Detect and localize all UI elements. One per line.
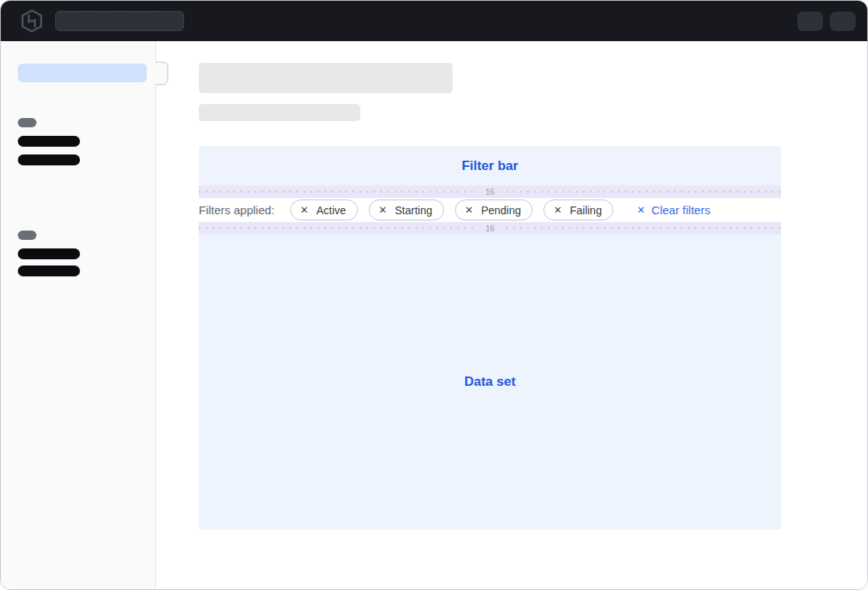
sidebar-item-placeholder[interactable] (18, 154, 80, 165)
app-window: Filter bar 16 Filters applied: ✕ Active … (0, 0, 868, 590)
nav-search-placeholder[interactable] (55, 11, 184, 31)
clear-icon: ✕ (637, 205, 645, 215)
page-subtitle-placeholder (199, 104, 360, 121)
hashicorp-logo-icon (21, 9, 43, 33)
filter-bar-region: Filter bar (199, 146, 781, 186)
remove-icon[interactable]: ✕ (379, 205, 387, 215)
clear-filters-link[interactable]: ✕ Clear filters (637, 203, 710, 217)
data-set-region-label: Data set (464, 374, 516, 390)
filter-tag-starting[interactable]: ✕ Starting (369, 200, 444, 220)
remove-icon[interactable]: ✕ (300, 205, 309, 215)
sidebar-toggle-notch[interactable] (155, 61, 168, 85)
nav-action-placeholder-1[interactable] (797, 12, 823, 31)
data-set-region: Data set (199, 234, 781, 529)
filter-tag-label: Starting (394, 204, 432, 217)
filter-tag-label: Failing (570, 204, 602, 217)
filter-bar-region-label: Filter bar (462, 158, 519, 174)
sidebar-item-selected-placeholder[interactable] (18, 64, 147, 82)
main-content: Filter bar 16 Filters applied: ✕ Active … (156, 41, 867, 590)
filter-tag-label: Pending (481, 204, 521, 217)
filter-tag-label: Active (316, 204, 345, 217)
applied-filters-row: Filters applied: ✕ Active ✕ Starting ✕ P… (199, 198, 781, 222)
remove-icon[interactable]: ✕ (465, 205, 474, 215)
sidebar-section-label-placeholder (18, 118, 36, 127)
page-title-placeholder (199, 63, 453, 93)
filters-applied-label: Filters applied: (199, 203, 275, 217)
spacing-annotation: 16 (199, 222, 781, 234)
nav-action-placeholder-2[interactable] (830, 12, 856, 31)
sidebar-section-label-placeholder (18, 231, 36, 240)
app-body: Filter bar 16 Filters applied: ✕ Active … (1, 41, 867, 590)
clear-filters-label: Clear filters (651, 203, 710, 217)
filter-tag-pending[interactable]: ✕ Pending (455, 200, 533, 220)
top-nav (1, 1, 867, 41)
filter-tag-active[interactable]: ✕ Active (290, 200, 358, 220)
sidebar-item-placeholder[interactable] (18, 266, 80, 276)
remove-icon[interactable]: ✕ (554, 205, 562, 215)
spacing-value-label: 16 (477, 186, 502, 198)
annotation-column: Filter bar 16 Filters applied: ✕ Active … (199, 146, 781, 529)
spacing-value-label: 16 (477, 222, 502, 234)
filter-tag-failing[interactable]: ✕ Failing (543, 200, 613, 220)
nav-actions (797, 12, 856, 31)
sidebar-item-placeholder[interactable] (18, 248, 80, 259)
spacing-annotation: 16 (199, 186, 781, 198)
sidebar-item-placeholder[interactable] (18, 136, 80, 147)
sidebar (1, 41, 156, 590)
